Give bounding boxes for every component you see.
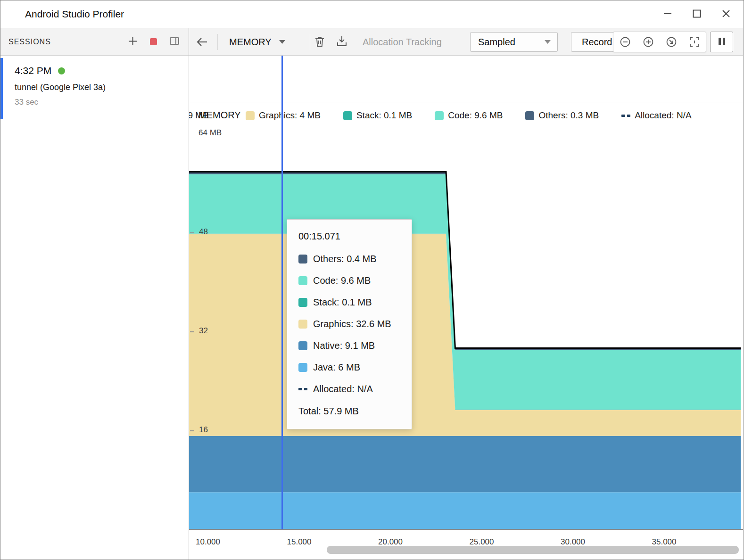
- reset-zoom-button[interactable]: [666, 36, 677, 48]
- legend-item: Allocated: N/A: [621, 110, 691, 121]
- tooltip-row: Graphics: 32.6 MB: [298, 318, 401, 329]
- tooltip-row: Allocated: N/A: [298, 383, 401, 395]
- tooltip-row: Java: 6 MB: [298, 362, 401, 373]
- legend-label: Others: 0.3 MB: [538, 110, 599, 121]
- add-session-button[interactable]: [128, 37, 137, 47]
- sessions-header: SESSIONS: [0, 28, 189, 56]
- horizontal-scrollbar-thumb[interactable]: [327, 546, 739, 554]
- selected-session-indicator: [0, 58, 3, 119]
- zoom-toolbar: [613, 32, 706, 52]
- profiler-window: Android Studio Profiler SESSIONS: [0, 0, 744, 560]
- memory-area-native: [189, 436, 741, 493]
- zoom-in-icon: [643, 36, 654, 48]
- tooltip-row: Others: 0.4 MB: [298, 253, 401, 264]
- window-controls: [653, 0, 741, 28]
- series-swatch: [298, 385, 307, 394]
- export-capture-icon: [336, 35, 347, 48]
- maximize-button[interactable]: [682, 0, 711, 28]
- y-axis-tick: [190, 232, 194, 233]
- collapse-panel-button[interactable]: [170, 37, 179, 47]
- tooltip-row: Native: 9.1 MB: [298, 340, 401, 351]
- series-swatch: [298, 320, 307, 329]
- trash-icon: [314, 36, 325, 48]
- minimize-button[interactable]: [653, 0, 682, 28]
- pause-live-button[interactable]: [710, 32, 733, 52]
- live-indicator-dot: [58, 67, 65, 74]
- tooltip-total: Total: 57.9 MB: [298, 406, 401, 417]
- titlebar: Android Studio Profiler: [0, 0, 744, 28]
- x-axis-label: 30.000: [554, 537, 592, 547]
- tooltip-rows: Others: 0.4 MB Code: 9.6 MB Stack: 0.1 M…: [298, 253, 401, 395]
- series-swatch: [298, 363, 307, 372]
- y-axis-label: 32: [199, 326, 208, 336]
- legend-label: Code: 9.6 MB: [448, 110, 503, 121]
- sampling-mode-value: Sampled: [478, 37, 515, 48]
- sessions-toolbar: [128, 37, 189, 47]
- x-axis-label: 20.000: [372, 537, 409, 547]
- zoom-in-button[interactable]: [643, 36, 654, 48]
- memory-tooltip: 00:15.071 Others: 0.4 MB Code: 9.6 MB St…: [287, 219, 412, 429]
- series-value-label: Graphics: 32.6 MB: [313, 319, 391, 329]
- series-value-label: Allocated: N/A: [313, 384, 373, 395]
- close-button[interactable]: [711, 0, 741, 28]
- sessions-panel: SESSIONS 4:32 PM tunnel (Google Pixel 3a…: [0, 28, 189, 560]
- zoom-to-selection-button[interactable]: [689, 36, 700, 48]
- legend-swatch: [435, 111, 444, 120]
- plus-icon: [128, 37, 137, 47]
- y-axis-tick: [190, 331, 194, 332]
- y-axis-label: 16: [199, 425, 208, 435]
- series-value-label: Others: 0.4 MB: [313, 254, 377, 264]
- legend-item: Graphics: 4 MB: [246, 110, 321, 121]
- pause-icon: [718, 37, 726, 47]
- tooltip-row: Stack: 0.1 MB: [298, 296, 401, 308]
- series-swatch: [298, 298, 307, 307]
- window-title: Android Studio Profiler: [25, 0, 124, 28]
- stop-session-button[interactable]: [150, 38, 157, 45]
- toolbar-separator: [310, 34, 310, 50]
- main-area: MEMORY Allocation Tracking Sampled Recor…: [189, 28, 743, 560]
- legend-label: Allocated: N/A: [635, 110, 691, 121]
- panel-layout-icon: [170, 37, 179, 47]
- frame-selection-icon: [689, 36, 700, 48]
- x-axis-label: 10.000: [189, 537, 227, 547]
- legend-item: Stack: 0.1 MB: [343, 110, 412, 121]
- session-item[interactable]: 4:32 PM tunnel (Google Pixel 3a) 33 sec: [0, 56, 189, 107]
- back-button[interactable]: [196, 36, 208, 48]
- legend-label: Stack: 0.1 MB: [356, 110, 412, 121]
- x-axis-label: 35.000: [645, 537, 683, 547]
- reset-zoom-icon: [666, 36, 677, 48]
- chevron-down-icon: [545, 40, 551, 44]
- toolbar-separator: [217, 34, 218, 50]
- heap-dump-button[interactable]: [336, 35, 347, 48]
- close-icon: [722, 9, 730, 19]
- legend-item: Others: 0.3 MB: [525, 110, 599, 121]
- series-value-label: Stack: 0.1 MB: [313, 297, 372, 308]
- sessions-title: SESSIONS: [8, 38, 51, 46]
- x-axis-label: 25.000: [463, 537, 501, 547]
- chart-legend: Graphics: 4 MB Stack: 0.1 MB Code: 9.6 M…: [246, 110, 692, 121]
- memory-area-java: [189, 492, 741, 529]
- series-swatch: [298, 276, 307, 285]
- session-device: tunnel (Google Pixel 3a): [15, 82, 189, 92]
- legend-item: Code: 9.6 MB: [435, 110, 503, 121]
- maximize-icon: [693, 9, 701, 19]
- legend-swatch: [246, 111, 255, 120]
- series-value-label: Native: 9.1 MB: [313, 340, 375, 351]
- zoom-out-button[interactable]: [620, 36, 631, 48]
- stage-dropdown-label: MEMORY: [229, 37, 272, 48]
- delete-session-button[interactable]: [314, 36, 325, 48]
- tooltip-timestamp: 00:15.071: [298, 231, 401, 242]
- legend-swatch: [343, 111, 352, 120]
- y-axis-max-label: 64 MB: [198, 128, 222, 138]
- y-axis-tick: [190, 430, 194, 431]
- stage-dropdown[interactable]: MEMORY: [229, 28, 285, 56]
- timeline-cursor-line: [281, 56, 283, 529]
- chart-stage-label: MEMORY: [198, 110, 241, 121]
- x-axis-line: [189, 529, 743, 530]
- stop-icon: [150, 38, 157, 45]
- series-value-label: Java: 6 MB: [313, 362, 360, 373]
- sampling-mode-dropdown[interactable]: Sampled: [470, 32, 558, 52]
- memory-timeline: MEMORY Native: 9 MB Graphics: 4 MB Stack…: [189, 56, 743, 560]
- allocation-tracking-label[interactable]: Allocation Tracking: [363, 28, 442, 56]
- session-duration: 33 sec: [15, 98, 189, 107]
